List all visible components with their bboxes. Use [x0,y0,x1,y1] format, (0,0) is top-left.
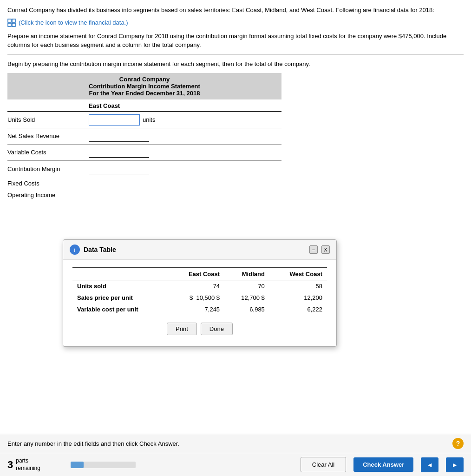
segment-header-row: East Coast [7,99,281,111]
modal-body: East Coast Midland West Coast Units sold… [63,260,336,346]
contribution-margin-input[interactable] [89,163,149,175]
fixed-costs-row: Fixed Costs [7,178,281,189]
units-label: units [143,116,155,123]
help-icon[interactable]: ? [452,438,464,449]
units-sold-label: Units Sold [7,116,89,123]
intro-text: Conrad Company has divided its business … [7,6,464,15]
parts-number: 3 [7,460,13,470]
close-button[interactable]: X [321,245,330,254]
income-rows: Units Sold units Net Sales Revenue Varia… [7,111,281,201]
prepare-text: Prepare an income statement for Conrad C… [7,32,464,50]
operating-income-label: Operating Income [7,192,89,198]
table-row: Units sold 74 70 58 [72,280,327,292]
fixed-costs-label: Fixed Costs [7,180,89,187]
units-sold-row: Units Sold units [7,111,281,128]
clear-all-button[interactable]: Clear All [301,457,346,472]
click-icon-label: (Click the icon to view the financial da… [19,19,128,26]
units-sold-cell-label: Units sold [72,280,169,292]
income-statement: Conrad Company Contribution Margin Incom… [7,73,464,201]
svg-rect-0 [8,19,11,22]
units-sold-input[interactable] [89,114,140,126]
begin-text: Begin by preparing the contribution marg… [7,60,464,67]
table-header-row: East Coast Midland West Coast [72,268,327,280]
done-button[interactable]: Done [201,323,233,335]
variable-costs-row: Variable Costs [7,144,281,160]
bottom-instruction: Enter any number in the edit fields and … [0,434,471,453]
next-nav-button[interactable]: ► [446,457,464,472]
units-sold-midland: 70 [224,280,269,292]
modal-controls: − X [309,245,330,254]
col-header-east: East Coast [169,268,225,280]
modal-info-icon: i [70,245,80,255]
statement-title: Contribution Margin Income Statement [13,83,276,90]
modal-footer: Print Done [72,323,327,339]
variable-cost-cell-label: Variable cost per unit [72,304,169,315]
modal-titlebar: i Data Table − X [63,240,336,260]
svg-rect-3 [12,23,15,26]
click-icon-row[interactable]: (Click the icon to view the financial da… [7,19,464,27]
units-sold-west: 58 [269,280,327,292]
statement-date: For the Year Ended December 31, 2018 [13,90,276,97]
minimize-button[interactable]: − [309,245,318,254]
variable-costs-label: Variable Costs [7,149,89,156]
variable-costs-input[interactable] [89,147,149,158]
progress-bar-fill [71,462,84,468]
units-sold-east: 74 [169,280,225,292]
col-header-label [72,268,169,280]
sales-price-cell-label: Sales price per unit [72,292,169,304]
parts-label-line2: remaining [16,465,40,472]
parts-label: parts remaining [16,457,40,472]
parts-label-line1: parts [16,457,40,465]
bottom-controls: 3 parts remaining Clear All Check Answer… [0,453,471,476]
divider [7,54,464,55]
modal-title: Data Table [84,246,309,253]
check-answer-button[interactable]: Check Answer [353,457,413,472]
net-sales-input-area [89,131,149,142]
net-sales-row: Net Sales Revenue [7,128,281,144]
east-coast-header: East Coast [89,102,120,109]
contribution-margin-row: Contribution Margin [7,160,281,178]
income-header-box: Conrad Company Contribution Margin Incom… [7,73,281,99]
prev-nav-button[interactable]: ◄ [421,457,438,472]
col-header-midland: Midland [224,268,269,280]
operating-income-row: Operating Income [7,189,281,201]
data-table: East Coast Midland West Coast Units sold… [72,267,327,315]
company-name: Conrad Company [13,76,276,83]
col-header-west: West Coast [269,268,327,280]
parts-remaining: 3 parts remaining [7,457,63,472]
variable-cost-east: 7,245 [169,304,225,315]
progress-bar [71,462,136,468]
net-sales-label: Net Sales Revenue [7,132,89,139]
variable-cost-west: 6,222 [269,304,327,315]
grid-icon [7,19,16,27]
data-table-modal: i Data Table − X East Coast Midland West… [63,239,337,347]
sales-price-midland: 12,700 $ [224,292,269,304]
table-row: Variable cost per unit 7,245 6,985 6,222 [72,304,327,315]
variable-costs-input-area [89,147,149,158]
table-row: Sales price per unit $ 10,500 $ 12,700 $… [72,292,327,304]
variable-cost-midland: 6,985 [224,304,269,315]
sales-price-dollar-sign: $ 10,500 $ [169,292,225,304]
units-sold-input-area: units [89,114,155,126]
contribution-margin-label: Contribution Margin [7,165,89,172]
svg-rect-2 [8,23,11,26]
svg-rect-1 [12,19,15,22]
print-button[interactable]: Print [167,323,197,335]
contribution-margin-input-area [89,163,149,175]
bottom-bar: Enter any number in the edit fields and … [0,434,471,476]
net-sales-input[interactable] [89,131,149,142]
sales-price-west: 12,200 [269,292,327,304]
instruction-text: Enter any number in the edit fields and … [7,440,179,447]
